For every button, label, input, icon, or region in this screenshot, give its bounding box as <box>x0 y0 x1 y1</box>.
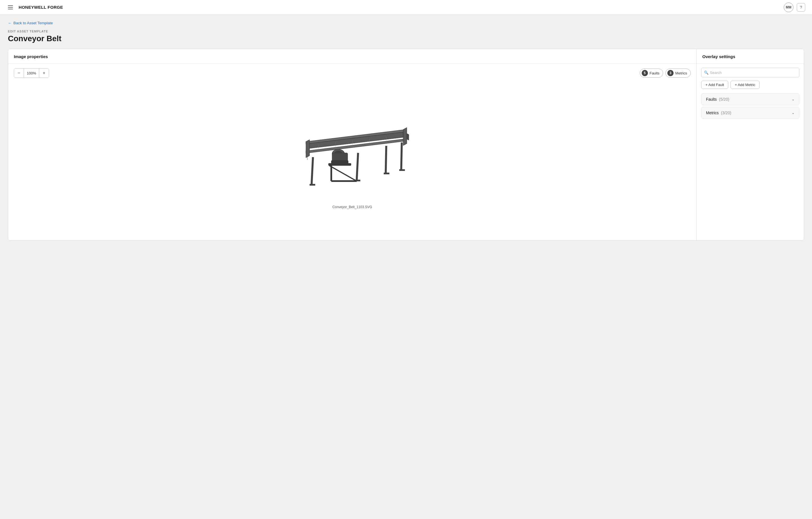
metrics-accordion-title: Metrics (3/20) <box>706 111 731 115</box>
svg-line-16 <box>386 146 386 174</box>
metrics-chevron-icon: ⌄ <box>792 111 794 115</box>
overlay-settings-header: Overlay settings <box>697 49 804 64</box>
svg-marker-5 <box>306 140 310 158</box>
help-icon-btn[interactable]: ? <box>797 3 805 11</box>
add-btns-row: + Add Fault + Add Metric <box>701 81 799 89</box>
search-input[interactable] <box>701 68 799 77</box>
svg-line-18 <box>401 142 402 171</box>
metrics-accordion: Metrics (3/20) ⌄ <box>701 107 799 119</box>
zoom-controls: − 100% + <box>14 68 49 78</box>
faults-accordion-header[interactable]: Faults (5/20) ⌄ <box>701 94 799 105</box>
metrics-badge-count: 3 <box>667 70 673 76</box>
topnav-right: MM ? <box>784 3 805 12</box>
back-link-label: Back to Asset Template <box>13 21 53 25</box>
page-header: EDIT ASSET TEMPLATE Conveyor Belt <box>8 30 804 43</box>
image-properties-header: Image properties <box>8 49 696 64</box>
faults-badge-count: 5 <box>642 70 648 76</box>
search-wrapper: 🔍 <box>701 68 799 77</box>
back-link[interactable]: ← Back to Asset Template <box>8 21 53 25</box>
conveyor-belt-image <box>285 109 420 199</box>
zoom-row: − 100% + 5 Faults 3 Metrics <box>14 68 691 78</box>
faults-chevron-icon: ⌄ <box>792 97 794 101</box>
brand-logo: HONEYWELL FORGE <box>19 5 63 9</box>
avatar[interactable]: MM <box>784 3 793 12</box>
overlay-settings-body: 🔍 + Add Fault + Add Metric Faults (5/20) <box>697 64 804 240</box>
page-title: Conveyor Belt <box>8 34 804 43</box>
page-content: ← Back to Asset Template EDIT ASSET TEMP… <box>0 15 812 248</box>
add-metric-button[interactable]: + Add Metric <box>730 81 759 89</box>
topnav: HONEYWELL FORGE MM ? <box>0 0 812 15</box>
zoom-value: 100% <box>24 69 39 78</box>
faults-accordion-title: Faults (5/20) <box>706 97 729 102</box>
help-icon: ? <box>800 5 802 9</box>
badge-row: 5 Faults 3 Metrics <box>640 69 691 78</box>
search-icon: 🔍 <box>704 71 708 75</box>
left-panel: Image properties − 100% + 5 Faults <box>8 49 697 240</box>
faults-accordion: Faults (5/20) ⌄ <box>701 93 799 105</box>
faults-badge-label: Faults <box>649 71 660 75</box>
image-properties-body: − 100% + 5 Faults 3 Metrics <box>8 64 696 240</box>
svg-marker-6 <box>403 128 407 145</box>
back-arrow-icon: ← <box>8 21 12 25</box>
image-filename: Conveyor_Belt_1103.SVG <box>332 205 372 209</box>
topnav-left: HONEYWELL FORGE <box>7 4 63 10</box>
svg-rect-11 <box>328 163 351 166</box>
metrics-badge-label: Metrics <box>675 71 687 75</box>
svg-line-14 <box>357 153 358 181</box>
zoom-in-button[interactable]: + <box>39 69 49 78</box>
conveyor-image-wrapper: Conveyor_Belt_1103.SVG <box>285 109 420 209</box>
right-panel: Overlay settings 🔍 + Add Fault + Add Met… <box>697 49 804 240</box>
page-header-subtitle: EDIT ASSET TEMPLATE <box>8 30 804 33</box>
svg-line-20 <box>329 166 357 181</box>
metrics-accordion-header[interactable]: Metrics (3/20) ⌄ <box>701 107 799 118</box>
faults-badge[interactable]: 5 Faults <box>640 69 663 78</box>
svg-line-12 <box>312 157 313 185</box>
image-area: Conveyor_Belt_1103.SVG <box>14 82 691 236</box>
metrics-badge[interactable]: 3 Metrics <box>665 69 691 78</box>
main-card: Image properties − 100% + 5 Faults <box>8 49 804 241</box>
hamburger-icon[interactable] <box>7 4 14 10</box>
zoom-out-button[interactable]: − <box>14 69 24 78</box>
svg-rect-9 <box>332 153 348 161</box>
add-fault-button[interactable]: + Add Fault <box>701 81 728 89</box>
